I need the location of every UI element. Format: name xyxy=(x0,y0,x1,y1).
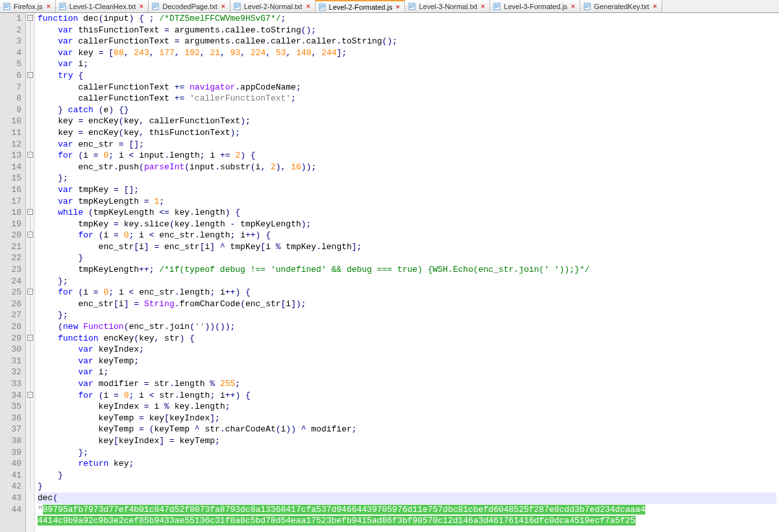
file-icon xyxy=(59,3,67,10)
code-line: var key = [88, 243, 177, 192, 21, 93, 22… xyxy=(38,47,776,59)
code-line: var keyTemp; xyxy=(38,356,776,367)
code-line: } xyxy=(38,252,776,264)
code-line: enc_str[i] = String.fromCharCode(enc_str… xyxy=(38,298,776,310)
close-icon[interactable]: ✕ xyxy=(138,3,145,10)
code-line: keyIndex = i % key.length; xyxy=(38,401,776,413)
svg-rect-11 xyxy=(153,7,156,8)
code-line: for (i = 0; i < input.length; i += 2) { xyxy=(38,150,776,162)
svg-rect-25 xyxy=(495,5,499,5)
close-icon[interactable]: ✕ xyxy=(395,4,401,10)
close-icon[interactable]: ✕ xyxy=(305,3,312,10)
file-icon xyxy=(493,3,501,10)
code-line: enc_str.push(parseInt(input.substr(i, 2)… xyxy=(38,162,776,173)
svg-rect-1 xyxy=(5,5,9,5)
svg-rect-31 xyxy=(585,7,588,8)
code-line: 4414c9b9a92c9b3e2cef85b9433ae55136c31f8a… xyxy=(38,515,776,527)
code-line: keyTemp = (keyTemp ^ str.charCodeAt(i)) … xyxy=(38,424,776,435)
code-line: }; xyxy=(38,173,776,184)
code-line: }; xyxy=(38,447,776,459)
file-icon xyxy=(319,3,327,11)
svg-rect-29 xyxy=(585,5,589,5)
tab-firefox-js[interactable]: Firefox.js✕ xyxy=(0,0,56,12)
svg-rect-9 xyxy=(153,5,158,5)
tab-label: Level-2-Formated.js xyxy=(329,3,393,11)
svg-rect-3 xyxy=(5,7,8,8)
code-line: } xyxy=(38,470,776,481)
code-line: "89795afb7973d77ef4b01c847d52f8073fa8793… xyxy=(38,504,776,516)
code-line: key = encKey(key, thisFunctionText); xyxy=(38,127,776,139)
code-line: keyTemp = key[keyIndex]; xyxy=(38,413,776,424)
close-icon[interactable]: ✕ xyxy=(220,3,227,10)
tab-label: DecodedPage.txt xyxy=(162,3,217,10)
code-line: while (tmpKeyLength <= key.length) { xyxy=(38,207,776,219)
code-line: callerFunctionText += 'callerFunctionTex… xyxy=(38,93,776,104)
code-line: dec( xyxy=(38,492,776,504)
close-icon[interactable]: ✕ xyxy=(652,3,658,10)
code-line: var keyIndex; xyxy=(38,344,776,356)
file-icon xyxy=(152,3,160,10)
svg-rect-22 xyxy=(410,6,414,6)
code-line: (new Function(enc_str.join(''))()); xyxy=(38,321,776,333)
tab-generatedkey-txt[interactable]: GeneratedKey.txt✕ xyxy=(580,0,662,12)
code-editor: 1234567891011121314151617181920212223242… xyxy=(0,13,779,532)
file-icon xyxy=(3,3,11,10)
code-line: function encKey(key, str) { xyxy=(38,333,776,345)
svg-rect-18 xyxy=(320,6,325,7)
code-line: return key; xyxy=(38,458,776,470)
svg-rect-19 xyxy=(320,8,323,8)
svg-rect-26 xyxy=(495,6,499,6)
fold-gutter: −−−−−−−− xyxy=(26,13,35,532)
tab-label: Firefox.js xyxy=(14,3,43,10)
svg-rect-5 xyxy=(60,5,65,5)
code-line: tmpKeyLength++; /*if(typeof debug !== 'u… xyxy=(38,264,776,276)
code-line: }; xyxy=(38,309,776,321)
code-line: for (i = 0; i < str.length; i++) { xyxy=(38,390,776,402)
tab-level-3-normal-txt[interactable]: Level-3-Normal.txt✕ xyxy=(405,0,490,12)
code-line: for (i = 0; i < enc_str.length; i++) { xyxy=(38,287,776,298)
file-icon xyxy=(234,3,241,10)
code-line: } catch (e) {} xyxy=(38,104,776,116)
tab-label: Level-2-Normal.txt xyxy=(244,3,303,10)
tab-label: Level-3-Normal.txt xyxy=(419,3,477,10)
tab-level-2-formated-js[interactable]: Level-2-Formated.js✕ xyxy=(315,0,406,12)
close-icon[interactable]: ✕ xyxy=(480,3,486,10)
code-line: var thisFunctionText = arguments.callee.… xyxy=(38,25,776,36)
file-icon xyxy=(584,3,591,10)
tab-level-1-cleanhex-txt[interactable]: Level-1-CleanHex.txt✕ xyxy=(56,0,149,12)
svg-rect-21 xyxy=(410,5,414,5)
svg-rect-27 xyxy=(495,7,498,8)
code-area[interactable]: function dec(input) { ; /*DTZ5melFFCWVme… xyxy=(35,13,779,532)
tab-label: Level-3-Formated.js xyxy=(504,3,567,10)
line-number-gutter: 1234567891011121314151617181920212223242… xyxy=(0,13,26,532)
tab-decodedpage-txt[interactable]: DecodedPage.txt✕ xyxy=(149,0,230,12)
code-line: for (i = 0; i < enc_str.length; i++) { xyxy=(38,230,776,241)
code-line: var enc_str = []; xyxy=(38,139,776,151)
code-line: } xyxy=(38,481,776,492)
code-line: var i; xyxy=(38,58,776,70)
svg-rect-10 xyxy=(153,6,158,6)
code-line: key[keyIndex] = keyTemp; xyxy=(38,435,776,447)
tab-level-2-normal-txt[interactable]: Level-2-Normal.txt✕ xyxy=(230,0,315,12)
tab-bar: Firefox.js✕Level-1-CleanHex.txt✕DecodedP… xyxy=(0,0,779,13)
svg-rect-2 xyxy=(5,6,9,6)
svg-rect-23 xyxy=(410,7,413,8)
tab-level-3-formated-js[interactable]: Level-3-Formated.js✕ xyxy=(490,0,580,12)
svg-rect-14 xyxy=(235,6,240,6)
close-icon[interactable]: ✕ xyxy=(45,3,52,10)
code-line: var modifier = str.length % 255; xyxy=(38,378,776,390)
code-line: function dec(input) { ; /*DTZ5melFFCWVme… xyxy=(38,13,776,25)
code-line: }; xyxy=(38,276,776,287)
code-line: callerFunctionText += navigator.appCodeN… xyxy=(38,82,776,93)
code-line: var tmpKey = []; xyxy=(38,184,776,196)
code-line: var i; xyxy=(38,367,776,378)
svg-rect-7 xyxy=(60,7,64,8)
close-icon[interactable]: ✕ xyxy=(570,3,576,10)
code-line: key = encKey(key, callerFunctionText); xyxy=(38,115,776,127)
tab-label: GeneratedKey.txt xyxy=(594,3,649,10)
tab-label: Level-1-CleanHex.txt xyxy=(69,3,136,10)
svg-rect-15 xyxy=(235,7,238,8)
code-line: var callerFunctionText = arguments.calle… xyxy=(38,36,776,47)
file-icon xyxy=(408,3,416,10)
svg-rect-6 xyxy=(60,6,65,6)
svg-rect-30 xyxy=(585,6,589,6)
